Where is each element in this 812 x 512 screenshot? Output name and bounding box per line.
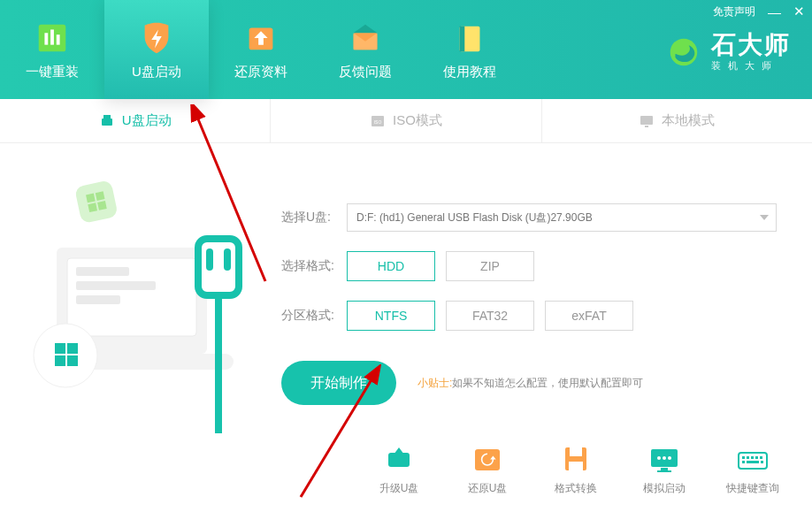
svg-rect-37 xyxy=(388,453,410,467)
usb-select[interactable]: D:F: (hd1) General USB Flash Disk (U盘)27… xyxy=(347,203,777,232)
svg-rect-21 xyxy=(76,281,156,290)
tip-label: 小贴士: xyxy=(417,377,452,389)
keyboard-icon xyxy=(735,444,770,476)
logo: 石大师 装机大师 xyxy=(665,32,791,73)
svg-rect-55 xyxy=(742,461,745,463)
tab-local-mode[interactable]: 本地模式 xyxy=(541,99,812,142)
svg-point-45 xyxy=(663,456,666,460)
tool-format-convert[interactable]: 格式转换 xyxy=(540,444,612,496)
format-options: HDD ZIP xyxy=(347,251,534,281)
row-usb-select: 选择U盘: D:F: (hd1) General USB Flash Disk … xyxy=(281,203,777,232)
row-start: 开始制作 小贴士:如果不知道怎么配置，使用默认配置即可 xyxy=(281,361,777,405)
tip: 小贴士:如果不知道怎么配置，使用默认配置即可 xyxy=(417,376,643,391)
svg-rect-26 xyxy=(67,343,78,354)
iso-icon: ISO xyxy=(370,113,386,129)
row-partition: 分区格式: NTFS FAT32 exFAT xyxy=(281,301,777,331)
nav-item-feedback[interactable]: 反馈问题 xyxy=(313,0,417,99)
monitor-dots-icon xyxy=(647,444,682,476)
tool-label: 格式转换 xyxy=(555,481,597,496)
tool-label: 升级U盘 xyxy=(379,481,419,496)
tool-upgrade-usb[interactable]: 升级U盘 xyxy=(363,444,435,496)
svg-rect-56 xyxy=(747,461,759,463)
svg-point-24 xyxy=(34,324,97,387)
save-icon xyxy=(558,444,594,476)
nav-label: 使用教程 xyxy=(443,64,496,80)
disclaimer-link[interactable]: 免责声明 xyxy=(713,4,755,19)
svg-rect-11 xyxy=(460,26,465,51)
svg-rect-34 xyxy=(198,239,239,295)
shield-bolt-icon xyxy=(138,19,175,57)
nav-label: 还原资料 xyxy=(234,64,287,80)
svg-point-46 xyxy=(668,456,671,460)
option-zip[interactable]: ZIP xyxy=(446,251,534,281)
svg-rect-12 xyxy=(102,118,112,126)
svg-rect-47 xyxy=(661,468,668,470)
svg-rect-2 xyxy=(50,29,54,44)
config-form: 选择U盘: D:F: (hd1) General USB Flash Disk … xyxy=(281,203,777,405)
close-button[interactable]: ✕ xyxy=(793,4,805,19)
restore-icon xyxy=(470,444,505,476)
option-hdd[interactable]: HDD xyxy=(347,251,435,281)
svg-rect-19 xyxy=(67,258,196,336)
svg-rect-16 xyxy=(640,116,653,125)
nav-item-restore-data[interactable]: 还原资料 xyxy=(209,0,313,99)
svg-rect-22 xyxy=(76,295,120,304)
option-ntfs[interactable]: NTFS xyxy=(347,301,435,331)
monitor-icon xyxy=(639,113,655,129)
svg-rect-32 xyxy=(88,203,97,212)
svg-rect-25 xyxy=(55,343,65,354)
svg-rect-51 xyxy=(747,456,749,459)
svg-rect-33 xyxy=(97,201,107,210)
svg-rect-52 xyxy=(751,456,754,459)
nav-label: 反馈问题 xyxy=(339,64,392,80)
minimize-button[interactable]: — xyxy=(768,4,781,19)
row-format: 选择格式: HDD ZIP xyxy=(281,251,777,281)
svg-rect-20 xyxy=(76,267,129,276)
tool-simulate-boot[interactable]: 模拟启动 xyxy=(628,444,701,496)
tip-text: 如果不知道怎么配置，使用默认配置即可 xyxy=(452,377,643,389)
svg-marker-38 xyxy=(394,447,404,455)
svg-point-44 xyxy=(657,456,661,460)
option-exfat[interactable]: exFAT xyxy=(545,301,633,331)
svg-rect-31 xyxy=(96,191,105,201)
bars-icon xyxy=(34,19,71,57)
tab-label: U盘启动 xyxy=(122,112,172,129)
svg-rect-23 xyxy=(57,354,234,370)
main-content: 选择U盘: D:F: (hd1) General USB Flash Disk … xyxy=(0,143,812,512)
svg-rect-17 xyxy=(645,126,648,127)
envelope-icon xyxy=(347,19,384,57)
svg-rect-13 xyxy=(103,115,111,119)
nav-item-usb-boot[interactable]: U盘启动 xyxy=(104,0,209,99)
nav-label: 一键重装 xyxy=(26,64,79,80)
start-button[interactable]: 开始制作 xyxy=(281,361,396,405)
nav-item-reinstall[interactable]: 一键重装 xyxy=(0,0,104,99)
tab-usb-boot[interactable]: U盘启动 xyxy=(0,99,270,142)
svg-rect-27 xyxy=(55,355,65,366)
tab-iso-mode[interactable]: ISO ISO模式 xyxy=(270,99,540,142)
option-fat32[interactable]: FAT32 xyxy=(446,301,534,331)
tool-label: 快捷键查询 xyxy=(726,481,779,496)
svg-rect-54 xyxy=(760,456,762,459)
svg-marker-7 xyxy=(354,24,378,33)
svg-rect-50 xyxy=(742,456,745,459)
svg-rect-57 xyxy=(761,461,763,463)
logo-title: 石大师 xyxy=(711,32,791,59)
nav-item-tutorial[interactable]: 使用教程 xyxy=(417,0,522,99)
nav-label: U盘启动 xyxy=(132,64,181,80)
tool-hotkey-query[interactable]: 快捷键查询 xyxy=(716,444,789,496)
svg-rect-41 xyxy=(570,447,582,456)
illustration xyxy=(21,168,251,433)
chevron-down-icon xyxy=(760,215,769,220)
format-label: 选择格式: xyxy=(281,258,347,274)
logo-subtitle: 装机大师 xyxy=(711,59,791,73)
svg-text:ISO: ISO xyxy=(374,119,382,125)
tool-label: 模拟启动 xyxy=(643,481,686,496)
svg-rect-3 xyxy=(57,34,60,44)
tool-restore-usb[interactable]: 还原U盘 xyxy=(451,444,524,496)
svg-rect-18 xyxy=(57,248,207,354)
svg-rect-39 xyxy=(475,449,500,470)
svg-rect-48 xyxy=(657,470,671,472)
svg-rect-28 xyxy=(67,355,78,366)
tab-label: 本地模式 xyxy=(662,112,715,129)
svg-rect-1 xyxy=(44,33,48,44)
